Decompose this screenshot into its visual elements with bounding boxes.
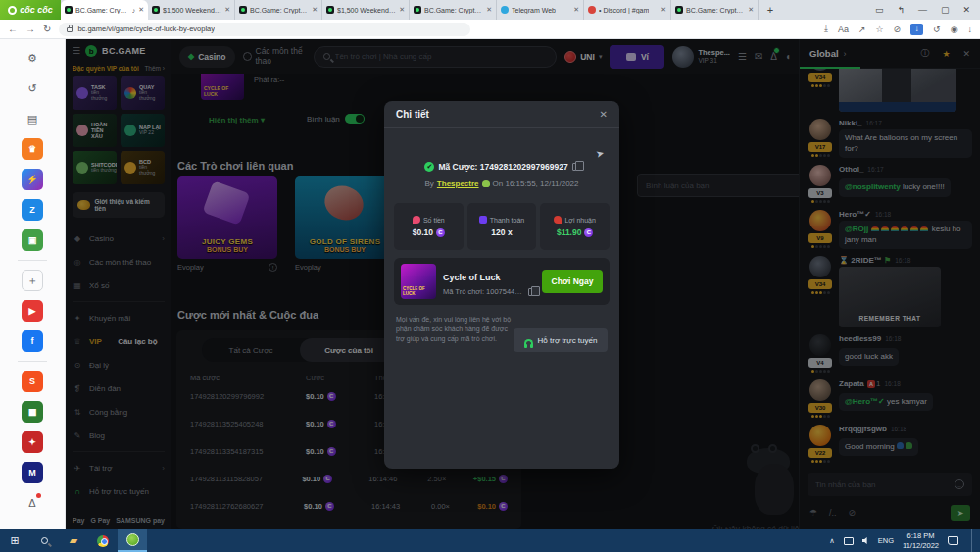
shopee-icon[interactable]: S bbox=[22, 371, 43, 392]
tab-search-icon[interactable]: ▭ bbox=[875, 5, 884, 15]
back-button[interactable]: ← bbox=[8, 24, 18, 34]
start-button[interactable]: ⊞ bbox=[0, 529, 29, 552]
stat-profit: Lợi nhuận $11.90C bbox=[540, 203, 610, 250]
bcgame-favicon bbox=[152, 6, 160, 14]
browser-tab-5[interactable]: BC.Game: Crypto Ca✕ bbox=[410, 0, 497, 20]
chrome-icon[interactable] bbox=[88, 529, 118, 552]
divider bbox=[18, 361, 47, 362]
coin-icon: C bbox=[584, 228, 593, 237]
messenger-icon[interactable]: ⚡ bbox=[22, 169, 43, 190]
tab-close-icon[interactable]: ✕ bbox=[748, 6, 754, 14]
games-icon[interactable]: ▣ bbox=[22, 229, 43, 251]
bookmark-star-icon[interactable]: ☆ bbox=[875, 25, 883, 34]
telegram-favicon bbox=[501, 6, 509, 14]
tab-close-icon[interactable]: ✕ bbox=[138, 6, 144, 14]
headset-icon bbox=[524, 339, 533, 345]
download-manager-icon[interactable]: ↓ bbox=[910, 24, 923, 35]
browser-tab-bar: cốc cốc BC.Game: Crypto♪✕ $1,500 Weekend… bbox=[0, 0, 980, 20]
taskbar-search-icon[interactable] bbox=[29, 529, 59, 552]
crom-plus-icon[interactable]: ♛ bbox=[22, 138, 43, 160]
history-icon[interactable]: ↺ bbox=[22, 77, 43, 99]
profile-icon[interactable]: ◉ bbox=[951, 25, 958, 34]
translate-icon[interactable]: Aa bbox=[838, 25, 849, 34]
save-page-icon[interactable]: ⤓ bbox=[824, 24, 828, 34]
game-name: Cycle of Luck bbox=[443, 273, 501, 282]
shop-icon[interactable]: ▦ bbox=[22, 401, 43, 423]
zalo-icon[interactable]: Z bbox=[22, 199, 43, 221]
bcgame-favicon bbox=[326, 6, 334, 14]
sync-icon[interactable]: ↺ bbox=[933, 25, 941, 34]
browser-tab-7[interactable]: • Discord | #gam✕ bbox=[584, 0, 671, 20]
modal-title: Chi tiết bbox=[396, 109, 429, 120]
url-text: bc.game/vi/game/cycle-of-luck-by-evoplay bbox=[77, 25, 215, 33]
coccoc-taskbar-icon[interactable] bbox=[118, 529, 147, 552]
tray-chevron-icon[interactable]: ∧ bbox=[829, 536, 835, 545]
notifications-bell-icon[interactable]: Δ bbox=[22, 492, 43, 514]
tab-close-icon[interactable]: ✕ bbox=[399, 6, 405, 14]
window-controls: ▭ ↰ — ▢ ✕ bbox=[875, 5, 980, 15]
browser-tab-8[interactable]: BC.Game: Crypto Ca✕ bbox=[671, 0, 759, 20]
browser-toolbar: ← → ↻ bc.game/vi/game/cycle-of-luck-by-e… bbox=[0, 20, 980, 39]
close-window-button[interactable]: ✕ bbox=[962, 5, 970, 15]
browser-tab-3[interactable]: BC.Game: Crypto Ca✕ bbox=[235, 0, 322, 20]
adblock-shield-icon[interactable]: ⊘ bbox=[894, 25, 902, 34]
address-bar[interactable]: bc.game/vi/game/cycle-of-luck-by-evoplay bbox=[59, 23, 470, 36]
support-note: Mọi vấn đề, xin vui lòng liên hệ với bộ … bbox=[396, 315, 512, 344]
show-desktop-strip[interactable] bbox=[971, 529, 974, 552]
modal-game-card: CYCLE OF LUCK Cycle of Luck Mã Trò chơi:… bbox=[394, 258, 610, 305]
tab-close-icon[interactable]: ✕ bbox=[573, 6, 579, 14]
send-to-device-icon[interactable]: ↰ bbox=[897, 5, 905, 15]
facebook-icon[interactable]: f bbox=[22, 330, 43, 352]
maximize-button[interactable]: ▢ bbox=[941, 5, 950, 15]
downloads-tray-icon[interactable]: ↓ bbox=[968, 25, 973, 34]
add-shortcut-button[interactable]: ＋ bbox=[22, 270, 43, 291]
settings-gear-icon[interactable]: ⚙ bbox=[22, 47, 43, 69]
lock-icon bbox=[67, 27, 73, 32]
bcgame-site: ☰ b BC.GAME Đặc quyền VIP của tôi Thêm ›… bbox=[66, 39, 980, 529]
new-tab-button[interactable]: + bbox=[762, 2, 778, 18]
action-center-icon[interactable] bbox=[948, 536, 958, 545]
bet-stats-row: Số tiền $0.10C Thanh toán 120 x Lợi nhuậ… bbox=[394, 203, 610, 250]
browser-tab-2[interactable]: $1,500 Weekend Evc✕ bbox=[148, 0, 235, 20]
coccoc-logo-icon bbox=[8, 6, 17, 15]
bet-author-link[interactable]: Thespectre bbox=[437, 179, 479, 188]
play-now-button[interactable]: Chơi Ngay bbox=[542, 270, 603, 293]
minimize-button[interactable]: — bbox=[918, 5, 927, 15]
reading-list-icon[interactable]: ▤ bbox=[22, 108, 43, 129]
verified-icon: ✔ bbox=[424, 162, 434, 172]
share-icon[interactable]: ➤ bbox=[594, 147, 605, 160]
reload-button[interactable]: ↻ bbox=[43, 24, 51, 34]
mb-bank-icon[interactable]: M bbox=[22, 462, 43, 483]
forward-button[interactable]: → bbox=[25, 24, 35, 34]
language-indicator[interactable]: ENG bbox=[878, 536, 894, 545]
tab-close-icon[interactable]: ✕ bbox=[661, 6, 666, 14]
volume-icon[interactable] bbox=[862, 537, 869, 544]
bet-author-row: By Thespectre On 16:15:55, 12/11/2022 bbox=[384, 179, 619, 188]
tab-close-icon[interactable]: ✕ bbox=[224, 6, 230, 14]
network-icon[interactable] bbox=[844, 537, 854, 545]
live-support-button[interactable]: Hỗ trợ trực tuyến bbox=[514, 328, 608, 352]
windows-taskbar: ⊞ ▰ ∧ ENG 6:18 PM11/12/2022 bbox=[0, 529, 980, 552]
bet-id-row: ✔ Mã Cược: 1749281202997969927 bbox=[384, 162, 619, 172]
payout-icon bbox=[479, 216, 487, 224]
browser-side-rail: ⚙ ↺ ▤ ♛ ⚡ Z ▣ ＋ ▶ f S ▦ ✦ M Δ ⋯ bbox=[0, 39, 66, 529]
file-explorer-icon[interactable]: ▰ bbox=[59, 529, 88, 552]
share-icon[interactable]: ↗ bbox=[858, 25, 866, 34]
youtube-icon[interactable]: ▶ bbox=[22, 300, 43, 322]
profit-icon bbox=[554, 216, 562, 224]
stat-amount: Số tiền $0.10C bbox=[394, 203, 464, 250]
coccoc-brand[interactable]: cốc cốc bbox=[0, 0, 61, 20]
browser-tab-6[interactable]: Telegram Web✕ bbox=[497, 0, 584, 20]
copy-icon[interactable] bbox=[572, 163, 579, 171]
copy-icon[interactable] bbox=[528, 288, 535, 296]
discord-favicon bbox=[588, 6, 596, 14]
tab-close-icon[interactable]: ✕ bbox=[312, 6, 318, 14]
browser-tab-1[interactable]: BC.Game: Crypto♪✕ bbox=[61, 0, 148, 20]
taskbar-clock[interactable]: 6:18 PM11/12/2022 bbox=[903, 531, 939, 550]
browser-tab-4[interactable]: $1,500 Weekend Evc✕ bbox=[322, 0, 410, 20]
modal-close-icon[interactable]: ✕ bbox=[600, 109, 608, 120]
tab-close-icon[interactable]: ✕ bbox=[486, 6, 492, 14]
game-thumbnail[interactable]: CYCLE OF LUCK bbox=[401, 264, 436, 299]
badminton-icon[interactable]: ✦ bbox=[22, 431, 43, 453]
bet-details-modal: Chi tiết ✕ ➤ ✔ Mã Cược: 1749281202997969… bbox=[384, 101, 619, 469]
